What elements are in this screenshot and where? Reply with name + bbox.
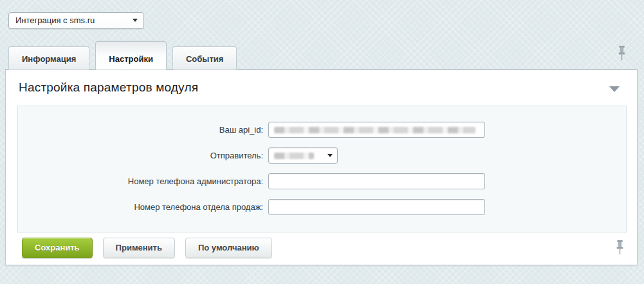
dropdown-arrow-icon bbox=[327, 154, 333, 157]
module-select[interactable]: Интеграция с sms.ru bbox=[8, 12, 144, 29]
section-title: Настройка параметров модуля bbox=[19, 80, 198, 95]
sales-phone-input[interactable] bbox=[268, 199, 485, 215]
tab-settings[interactable]: Настройки bbox=[95, 41, 167, 70]
footer-buttons: Сохранить Применить По умолчанию bbox=[22, 238, 282, 258]
module-select-value: Интеграция с sms.ru bbox=[15, 15, 95, 25]
dropdown-arrow-icon bbox=[133, 19, 138, 22]
pushpin-icon[interactable] bbox=[615, 240, 625, 256]
sales-phone-label: Номер телефона отдела продаж: bbox=[18, 199, 263, 215]
default-button[interactable]: По умолчанию bbox=[185, 238, 272, 258]
tab-bar: Информация Настройки События bbox=[8, 41, 243, 70]
sender-select[interactable] bbox=[268, 147, 338, 164]
form-row-sender: Отправитель: bbox=[18, 147, 626, 164]
admin-phone-label: Номер телефона администратора: bbox=[18, 173, 263, 189]
form-row-api-id: Ваш api_id: bbox=[18, 122, 626, 138]
form-row-admin-phone: Номер телефона администратора: bbox=[18, 173, 626, 189]
form-row-sales-phone: Номер телефона отдела продаж: bbox=[18, 199, 626, 215]
sender-label: Отправитель: bbox=[18, 147, 263, 164]
apply-button[interactable]: Применить bbox=[103, 238, 175, 258]
admin-phone-input[interactable] bbox=[268, 173, 485, 189]
redacted-value bbox=[274, 153, 314, 159]
tab-events-label: События bbox=[186, 54, 223, 64]
tab-information[interactable]: Информация bbox=[8, 46, 89, 70]
tab-events[interactable]: События bbox=[172, 46, 237, 70]
pushpin-icon[interactable] bbox=[617, 45, 627, 62]
collapse-arrow-icon[interactable] bbox=[609, 86, 620, 92]
settings-form: Ваш api_id: Отправитель: Номер телефона … bbox=[17, 106, 627, 232]
settings-panel: Настройка параметров модуля Ваш api_id: … bbox=[5, 69, 638, 265]
redacted-value bbox=[274, 127, 475, 133]
save-button[interactable]: Сохранить bbox=[22, 238, 93, 258]
tab-settings-label: Настройки bbox=[109, 54, 153, 64]
api-id-input[interactable] bbox=[268, 122, 485, 138]
tab-information-label: Информация bbox=[22, 54, 76, 64]
api-id-label: Ваш api_id: bbox=[18, 122, 263, 138]
